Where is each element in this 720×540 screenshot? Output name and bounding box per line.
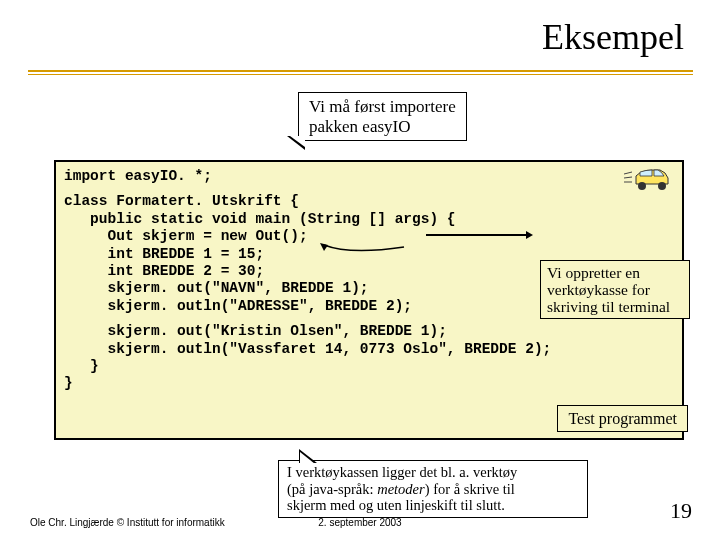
callout-line: (på java-språk: metoder) for å skrive ti… (287, 481, 579, 498)
divider-thick (28, 70, 693, 72)
slide-title: Eksempel (542, 16, 684, 58)
annotation-line: skriving til terminal (547, 298, 683, 315)
code-line: class Formatert. Utskrift { (64, 193, 674, 210)
car-icon (622, 166, 672, 192)
callout-line: skjerm med og uten linjeskift til slutt. (287, 497, 579, 514)
annotation-test: Test programmet (557, 405, 688, 432)
code-line: skjerm. outln("Vassfaret 14, 0773 Oslo",… (64, 341, 674, 358)
code-line: import easyIO. *; (64, 168, 674, 185)
code-line: public static void main (String [] args)… (64, 211, 674, 228)
svg-line-0 (624, 172, 632, 174)
divider-thin (28, 74, 693, 75)
footer-center: 2. september 2003 (0, 517, 720, 528)
callout-line: Vi må først importere (309, 97, 456, 117)
callout-line: pakken easyIO (309, 117, 456, 137)
arrow-icon (320, 243, 412, 256)
page-number: 19 (670, 498, 692, 524)
annotation-toolbox: Vi oppretter en verktøykasse for skrivin… (540, 260, 690, 319)
svg-line-1 (624, 177, 632, 178)
callout-line: I verktøykassen ligger det bl. a. verktø… (287, 464, 579, 481)
svg-point-3 (638, 182, 646, 190)
code-block: import easyIO. *; class Formatert. Utskr… (54, 160, 684, 440)
code-line: skjerm. out("Kristin Olsen", BREDDE 1); (64, 323, 674, 340)
arrow-icon (426, 234, 531, 236)
annotation-line: Vi oppretter en (547, 264, 683, 281)
code-line: } (64, 358, 674, 375)
callout-methods: I verktøykassen ligger det bl. a. verktø… (278, 460, 588, 518)
callout-import: Vi må først importere pakken easyIO (298, 92, 467, 141)
code-line: } (64, 375, 674, 392)
annotation-line: verktøykasse for (547, 281, 683, 298)
svg-point-4 (658, 182, 666, 190)
